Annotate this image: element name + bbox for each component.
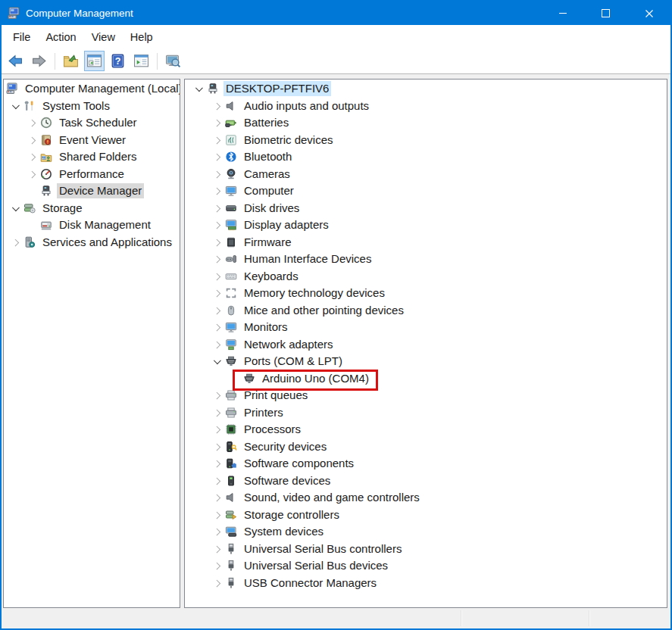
tree-item-label[interactable]: Cameras <box>242 167 292 182</box>
chevron-right-icon[interactable] <box>210 507 225 524</box>
chevron-right-icon[interactable] <box>210 557 225 575</box>
chevron-right-icon[interactable] <box>210 148 225 166</box>
tree-item-label[interactable]: Memory technology devices <box>242 285 387 301</box>
tree-item-ports[interactable]: Ports (COM & LPT) <box>185 353 667 370</box>
tree-item[interactable]: System Tools <box>4 98 180 115</box>
chevron-right-icon[interactable] <box>210 114 225 132</box>
back-button[interactable] <box>5 51 26 71</box>
tree-item[interactable]: Software components <box>185 455 667 472</box>
tree-item[interactable]: Audio inputs and outputs <box>185 98 667 115</box>
tree-item[interactable]: USB Connector Managers <box>185 575 667 592</box>
tree-item-label[interactable]: Monitors <box>242 320 290 335</box>
tree-item-label[interactable]: Universal Serial Bus controllers <box>242 541 404 557</box>
tree-item-label[interactable]: Software devices <box>242 473 333 488</box>
tree-item-label[interactable]: Disk Management <box>57 217 153 232</box>
tree-item[interactable]: Bluetooth <box>185 148 667 166</box>
tree-item[interactable]: Disk Management <box>4 217 180 234</box>
tree-item-label[interactable]: Event Viewer <box>57 133 128 148</box>
tree-item[interactable]: Computer Management (Local) <box>4 80 180 98</box>
tree-item[interactable]: Software devices <box>185 472 667 490</box>
tree-item[interactable]: Storage controllers <box>185 507 667 524</box>
tree-item[interactable]: Network adapters <box>185 336 667 354</box>
tree-item-label[interactable]: Universal Serial Bus devices <box>242 558 390 573</box>
chevron-right-icon[interactable] <box>210 541 225 558</box>
tree-item-label[interactable]: Batteries <box>242 115 291 130</box>
tree-item-label[interactable]: Software components <box>242 456 356 471</box>
tree-item[interactable]: System devices <box>185 523 667 541</box>
up-one-level-button[interactable] <box>61 51 81 71</box>
tree-item-label[interactable]: Bluetooth <box>242 149 294 164</box>
tree-item-label[interactable]: System Tools <box>40 98 112 114</box>
tree-item-label[interactable]: System devices <box>242 524 326 539</box>
chevron-right-icon[interactable] <box>210 404 225 422</box>
tree-item-label[interactable]: Printers <box>242 405 286 420</box>
help-button[interactable]: ? <box>108 51 128 71</box>
menu-action[interactable]: Action <box>38 31 83 43</box>
tree-item-label[interactable]: Storage <box>40 201 85 216</box>
tree-item[interactable]: Processors <box>185 421 667 438</box>
close-button[interactable] <box>627 2 670 25</box>
tree-item-label[interactable]: Security devices <box>242 439 329 454</box>
tree-item-label[interactable]: Sound, video and game controllers <box>242 490 422 505</box>
chevron-right-icon[interactable] <box>210 251 225 268</box>
tree-item-device-manager[interactable]: Device Manager <box>4 182 180 200</box>
tree-item[interactable]: Storage <box>4 200 180 217</box>
chevron-right-icon[interactable] <box>210 166 225 183</box>
tree-item-label[interactable]: Task Scheduler <box>57 115 139 130</box>
show-action-pane-button[interactable] <box>131 51 152 71</box>
tree-item-label[interactable]: Performance <box>57 167 127 182</box>
tree-item-label[interactable]: Display adapters <box>242 217 331 232</box>
chevron-right-icon[interactable] <box>210 575 225 592</box>
chevron-right-icon[interactable] <box>210 302 225 320</box>
chevron-right-icon[interactable] <box>210 268 225 285</box>
chevron-right-icon[interactable] <box>25 148 40 166</box>
tree-item-label[interactable]: Mice and other pointing devices <box>242 303 406 318</box>
chevron-right-icon[interactable] <box>210 234 225 251</box>
tree-item[interactable]: Memory technology devices <box>185 285 667 302</box>
tree-item[interactable]: Keyboards <box>185 268 667 285</box>
scan-hardware-changes-button[interactable] <box>163 51 183 71</box>
tree-item[interactable]: Security devices <box>185 438 667 456</box>
chevron-down-icon[interactable] <box>8 200 23 217</box>
tree-item-label[interactable]: Computer Management (Local) <box>23 81 180 96</box>
tree-item[interactable]: Display adapters <box>185 217 667 234</box>
tree-item[interactable]: Firmware <box>185 234 667 251</box>
menu-file[interactable]: File <box>5 31 38 43</box>
maximize-button[interactable] <box>584 2 627 25</box>
chevron-right-icon[interactable] <box>210 336 225 354</box>
chevron-down-icon[interactable] <box>210 353 225 370</box>
tree-item[interactable]: Biometric devices <box>185 132 667 149</box>
chevron-right-icon[interactable] <box>25 166 40 183</box>
tree-item-label[interactable]: DESKTOP-PFTFIV6 <box>223 81 331 96</box>
tree-item[interactable]: Printers <box>185 404 667 422</box>
chevron-right-icon[interactable] <box>210 523 225 541</box>
minimize-button[interactable] <box>541 2 584 25</box>
chevron-right-icon[interactable] <box>210 217 225 234</box>
chevron-right-icon[interactable] <box>25 132 40 149</box>
tree-item-label[interactable]: Arduino Uno (COM4) <box>260 371 371 386</box>
menu-help[interactable]: Help <box>123 31 161 43</box>
tree-item[interactable]: Sound, video and game controllers <box>185 489 667 507</box>
tree-item-label[interactable]: Firmware <box>242 235 294 250</box>
chevron-right-icon[interactable] <box>210 200 225 217</box>
tree-item[interactable]: Performance <box>4 166 180 183</box>
tree-item-label[interactable]: Network adapters <box>242 337 336 352</box>
tree-item-label[interactable]: Print queues <box>242 388 310 403</box>
chevron-right-icon[interactable] <box>210 98 225 115</box>
tree-item[interactable]: Universal Serial Bus controllers <box>185 541 667 558</box>
chevron-right-icon[interactable] <box>210 182 225 200</box>
tree-item-arduino-uno[interactable]: Arduino Uno (COM4) <box>185 370 667 388</box>
chevron-right-icon[interactable] <box>25 114 40 132</box>
tree-item-label[interactable]: Device Manager <box>57 183 144 198</box>
tree-item-label[interactable]: Computer <box>242 183 296 198</box>
chevron-right-icon[interactable] <box>210 319 225 336</box>
tree-item[interactable]: Mice and other pointing devices <box>185 302 667 320</box>
tree-item[interactable]: Services and Applications <box>4 234 180 251</box>
chevron-right-icon[interactable] <box>210 455 225 472</box>
chevron-right-icon[interactable] <box>210 387 225 404</box>
chevron-down-icon[interactable] <box>8 98 23 115</box>
tree-item-label[interactable]: Biometric devices <box>242 133 336 148</box>
menu-view[interactable]: View <box>84 31 123 43</box>
tree-item[interactable]: Batteries <box>185 114 667 132</box>
tree-item-label[interactable]: Storage controllers <box>242 507 342 522</box>
